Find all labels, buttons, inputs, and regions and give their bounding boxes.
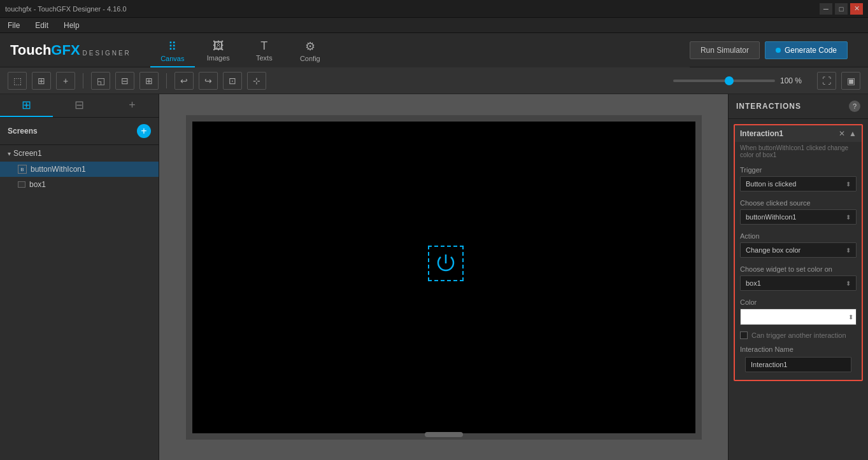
menu-file[interactable]: File (5, 20, 22, 31)
interactions-panel-title: INTERACTIONS (736, 102, 801, 111)
layout-button[interactable]: ▣ (841, 72, 860, 90)
interactions-help-button[interactable]: ? (849, 101, 860, 112)
align-button[interactable]: ⊟ (115, 72, 134, 90)
close-button[interactable]: ✕ (850, 3, 863, 15)
source-select[interactable]: buttonWithIcon1 ⬍ (740, 209, 857, 225)
widget-label-box: box1 (29, 180, 46, 189)
move-tool-button[interactable]: ◱ (91, 72, 110, 90)
canvas-background (186, 115, 702, 440)
source-value: buttonWithIcon1 (746, 213, 797, 221)
power-button-widget[interactable] (428, 246, 464, 281)
action-value: Change box color (746, 246, 800, 254)
name-field-group: Interaction Name Interaction1 (735, 342, 862, 380)
tab-canvas[interactable]: ⠿ Canvas (150, 38, 195, 67)
widget-item-buttonwithicon1[interactable]: B buttonWithIcon1 (0, 162, 159, 177)
source-arrow-icon: ⬍ (846, 214, 851, 221)
generate-code-button[interactable]: Generate Code (765, 41, 848, 59)
action-field-group: Action Change box color ⬍ (735, 228, 862, 261)
button-widget-icon: B (18, 165, 27, 174)
sidebar-view-tabs: ⊞ ⊟ + (0, 94, 159, 118)
interaction-card: Interaction1 ✕ ▲ When buttonWithIcon1 cl… (734, 124, 863, 381)
trigger-field-group: Trigger Button is clicked ⬍ (735, 162, 862, 195)
app-title: touchgfx - TouchGFX Designer - 4.16.0 (5, 5, 820, 13)
fit-button[interactable]: ⊡ (223, 72, 242, 90)
main-content: ⊞ ⊟ + Screens + ▾ Screen1 B buttonWithIc… (0, 94, 868, 460)
trigger-label: Trigger (740, 166, 857, 174)
sidebar: ⊞ ⊟ + Screens + ▾ Screen1 B buttonWithIc… (0, 94, 159, 460)
add-screen-button[interactable]: + (137, 124, 151, 138)
card-delete-button[interactable]: ✕ (839, 129, 845, 138)
source-label: Choose clicked source (740, 199, 857, 207)
canvas-area (159, 94, 728, 460)
color-picker[interactable]: ⬍ (740, 309, 857, 325)
sidebar-tab-widgets[interactable]: ⊟ (53, 94, 106, 117)
interactions-header: INTERACTIONS ? (729, 94, 868, 119)
canvas[interactable] (192, 122, 695, 433)
tab-texts[interactable]: T Texts (242, 38, 287, 67)
interactions-panel: INTERACTIONS ? Interaction1 ✕ ▲ When but… (728, 94, 868, 460)
maximize-button[interactable]: □ (835, 3, 848, 15)
interaction-name-input[interactable]: Interaction1 (745, 357, 851, 372)
card-subtitle: When buttonWithIcon1 clicked change colo… (735, 142, 862, 162)
trigger-value: Button is clicked (746, 180, 796, 188)
logo-bar: Touch GFX DESIGNER ⠿ Canvas 🖼 Images T T… (0, 33, 868, 67)
add-widget-button[interactable]: + (56, 72, 75, 90)
interaction-name-value: Interaction1 (751, 361, 787, 368)
canvas-tab-icon: ⠿ (168, 39, 176, 53)
action-label: Action (740, 232, 857, 240)
can-trigger-checkbox[interactable] (740, 331, 748, 339)
gen-dot-icon (776, 48, 781, 53)
zoom-thumb (725, 76, 734, 85)
widget-item-box1[interactable]: box1 (0, 177, 159, 192)
menu-help[interactable]: Help (61, 20, 82, 31)
sidebar-tab-add[interactable]: + (106, 94, 159, 117)
snap-button[interactable]: ⊹ (247, 72, 266, 90)
color-field-group: Color ⬍ (735, 295, 862, 329)
tab-images[interactable]: 🖼 Images (196, 38, 241, 67)
screen-label: Screen1 (13, 149, 42, 158)
redo-button[interactable]: ↪ (199, 72, 218, 90)
zoom-slider[interactable] (673, 80, 775, 82)
menu-edit[interactable]: Edit (32, 20, 51, 31)
texts-tab-icon: T (260, 39, 267, 53)
undo-button[interactable]: ↩ (174, 72, 194, 90)
menu-bar: File Edit Help (0, 18, 868, 33)
group-button[interactable]: ⊞ (32, 72, 51, 90)
secondary-toolbar: ⬚ ⊞ + ◱ ⊟ ⊞ ↩ ↪ ⊡ ⊹ 100 % ⛶ ▣ (0, 67, 868, 94)
screen-chevron-icon: ▾ (8, 150, 11, 157)
tab-texts-label: Texts (256, 54, 273, 62)
widget-label-button: buttonWithIcon1 (31, 165, 86, 174)
action-select[interactable]: Change box color ⬍ (740, 242, 857, 258)
trigger-arrow-icon: ⬍ (846, 181, 851, 188)
color-arrow-icon: ⬍ (848, 314, 853, 321)
card-title: Interaction1 (740, 129, 783, 138)
card-header: Interaction1 ✕ ▲ (735, 125, 862, 142)
card-controls: ✕ ▲ (839, 129, 857, 138)
sidebar-tab-screens[interactable]: ⊞ (0, 94, 53, 117)
zoom-label: 100 % (780, 76, 812, 85)
images-tab-icon: 🖼 (213, 39, 224, 53)
action-arrow-icon: ⬍ (846, 247, 851, 254)
run-simulator-button[interactable]: Run Simulator (690, 41, 760, 59)
trigger-select[interactable]: Button is clicked ⬍ (740, 176, 857, 192)
fullscreen-button[interactable]: ⛶ (817, 72, 836, 90)
toolbar-separator-1 (83, 73, 83, 88)
logo-touch: Touch (10, 42, 51, 59)
tab-config[interactable]: ⚙ Config (288, 38, 332, 67)
widget-value: box1 (746, 279, 761, 287)
config-tab-icon: ⚙ (305, 39, 315, 53)
select-tool-button[interactable]: ⬚ (8, 72, 27, 90)
distribute-button[interactable]: ⊞ (139, 72, 159, 90)
widget-color-label: Choose widget to set color on (740, 265, 857, 273)
source-field-group: Choose clicked source buttonWithIcon1 ⬍ (735, 195, 862, 228)
widget-select[interactable]: box1 ⬍ (740, 275, 857, 291)
can-trigger-row: Can trigger another interaction (735, 329, 862, 342)
minimize-button[interactable]: ─ (820, 3, 832, 15)
right-panel-wrapper: INTERACTIONS ? Interaction1 ✕ ▲ When but… (728, 94, 868, 460)
screen-item-screen1[interactable]: ▾ Screen1 (0, 145, 159, 162)
window-controls: ─ □ ✕ (820, 3, 863, 15)
card-collapse-button[interactable]: ▲ (849, 129, 857, 138)
logo-designer: DESIGNER (83, 50, 131, 57)
canvas-scrollbar-horizontal[interactable] (425, 432, 463, 437)
sidebar-header: Screens + (0, 118, 159, 145)
